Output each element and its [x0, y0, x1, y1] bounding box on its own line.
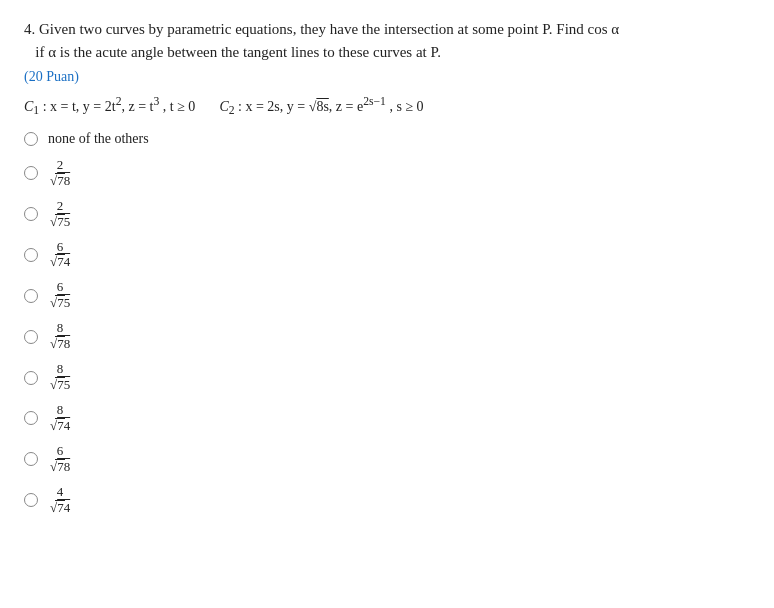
option-8-frac: 6 √78 [48, 444, 72, 475]
radio-3[interactable] [24, 248, 38, 262]
option-5[interactable]: 8 √78 [24, 321, 750, 352]
radio-4[interactable] [24, 289, 38, 303]
option-2-denominator: √75 [48, 215, 72, 230]
radio-8[interactable] [24, 452, 38, 466]
option-3[interactable]: 6 √74 [24, 240, 750, 271]
radio-9[interactable] [24, 493, 38, 507]
curves-equations: C1 : x = t, y = 2t2, z = t3 , t ≥ 0 C2 :… [24, 95, 750, 117]
radio-2[interactable] [24, 207, 38, 221]
option-none[interactable]: none of the others [24, 131, 750, 148]
radio-5[interactable] [24, 330, 38, 344]
option-2-numerator: 2 [55, 199, 66, 215]
option-7-frac: 8 √74 [48, 403, 72, 434]
radio-6[interactable] [24, 371, 38, 385]
question-container: 4. Given two curves by parametric equati… [24, 18, 750, 516]
option-2[interactable]: 2 √75 [24, 199, 750, 230]
option-1-numerator: 2 [55, 158, 66, 174]
curve2-eq: C2 : x = 2s, y = √8s, z = e2s−1 , s ≥ 0 [219, 95, 423, 117]
option-1-frac: 2 √78 [48, 158, 72, 189]
option-7-denominator: √74 [48, 419, 72, 434]
question-text: 4. Given two curves by parametric equati… [24, 18, 750, 65]
option-1[interactable]: 2 √78 [24, 158, 750, 189]
option-5-numerator: 8 [55, 321, 66, 337]
option-3-denominator: √74 [48, 255, 72, 270]
option-4-numerator: 6 [55, 280, 66, 296]
option-6-frac: 8 √75 [48, 362, 72, 393]
question-number: 4. Given two curves by parametric equati… [24, 21, 619, 37]
option-8[interactable]: 6 √78 [24, 444, 750, 475]
option-7-numerator: 8 [55, 403, 66, 419]
option-9-denominator: √74 [48, 501, 72, 516]
option-6-denominator: √75 [48, 378, 72, 393]
option-9-frac: 4 √74 [48, 485, 72, 516]
points-label: (20 Puan) [24, 69, 750, 85]
options-list: none of the others 2 √78 2 √75 6 √74 [24, 131, 750, 516]
radio-7[interactable] [24, 411, 38, 425]
option-4-frac: 6 √75 [48, 280, 72, 311]
radio-1[interactable] [24, 166, 38, 180]
option-5-denominator: √78 [48, 337, 72, 352]
option-none-label: none of the others [48, 131, 149, 148]
option-6-numerator: 8 [55, 362, 66, 378]
option-2-frac: 2 √75 [48, 199, 72, 230]
question-subtext: if α is the acute angle between the tang… [24, 44, 441, 60]
curve1-eq: C1 : x = t, y = 2t2, z = t3 , t ≥ 0 [24, 95, 195, 117]
option-9-numerator: 4 [55, 485, 66, 501]
radio-none[interactable] [24, 132, 38, 146]
option-8-numerator: 6 [55, 444, 66, 460]
option-7[interactable]: 8 √74 [24, 403, 750, 434]
option-9[interactable]: 4 √74 [24, 485, 750, 516]
option-5-frac: 8 √78 [48, 321, 72, 352]
option-1-denominator: √78 [48, 174, 72, 189]
option-3-frac: 6 √74 [48, 240, 72, 271]
option-4-denominator: √75 [48, 296, 72, 311]
option-8-denominator: √78 [48, 460, 72, 475]
option-4[interactable]: 6 √75 [24, 280, 750, 311]
option-6[interactable]: 8 √75 [24, 362, 750, 393]
